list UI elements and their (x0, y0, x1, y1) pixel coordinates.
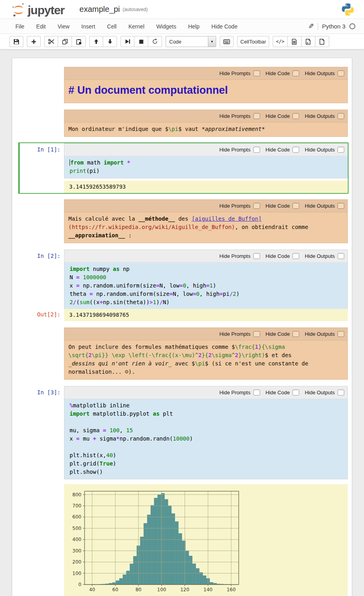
copy-cell-button[interactable] (58, 36, 72, 47)
export-html-button[interactable] (288, 36, 302, 47)
hide-prompts-checkbox[interactable] (253, 253, 260, 259)
markdown-source[interactable]: # Un document computationnel (64, 80, 347, 103)
new-document-button[interactable] (315, 36, 329, 47)
histogram-figure: 0100200300400500600700800406080100120140… (66, 487, 308, 596)
hide-code-checkbox[interactable] (292, 70, 299, 76)
code-editor[interactable]: import numpy as npN = 1000000x = np.rand… (64, 263, 347, 309)
move-cell-down-button[interactable] (103, 36, 117, 47)
hide-code-label: Hide Code (266, 70, 290, 76)
celltoolbar-button[interactable]: CellToolbar (237, 36, 269, 47)
hide-outputs-checkbox[interactable] (338, 147, 344, 153)
menu-hide-code[interactable]: Hide Code (206, 20, 243, 33)
hide-outputs-label: Hide Outputs (305, 390, 335, 395)
markdown-source[interactable]: Mon ordinateur m'indique que $\pi$ vaut … (64, 123, 347, 136)
markdown-source[interactable]: On peut inclure des formules mathématiqu… (64, 341, 347, 379)
menu-view[interactable]: View (52, 20, 75, 33)
toggle-code-button[interactable]: </> (273, 36, 288, 47)
title-bar: jupyter example_pi (autosaved) (0, 0, 364, 19)
hide-outputs-label: Hide Outputs (305, 203, 335, 209)
hide-prompts-checkbox[interactable] (253, 70, 260, 76)
cut-cell-button[interactable] (44, 36, 58, 47)
svg-text:40: 40 (89, 587, 95, 592)
hide-outputs-checkbox[interactable] (338, 203, 344, 209)
hide-code-checkbox[interactable] (292, 331, 299, 337)
code-cell-2[interactable]: In [2]: Hide Prompts Hide Code Hide Outp… (18, 249, 349, 310)
svg-text:400: 400 (72, 537, 81, 542)
markdown-cell-formulas[interactable]: Hide Prompts Hide Code Hide Outputs On p… (18, 327, 349, 380)
prompt-empty (20, 199, 64, 243)
hide-outputs-checkbox[interactable] (338, 253, 344, 259)
hide-code-checkbox[interactable] (292, 113, 299, 119)
menu-cell[interactable]: Cell (101, 20, 123, 33)
menu-help[interactable]: Help (182, 20, 206, 33)
hide-code-checkbox[interactable] (292, 253, 299, 259)
hide-outputs-checkbox[interactable] (338, 113, 344, 119)
svg-text:500: 500 (72, 526, 81, 531)
markdown-cell-buffon[interactable]: Hide Prompts Hide Code Hide Outputs Mais… (18, 199, 349, 244)
hide-code-checkbox[interactable] (292, 390, 299, 395)
svg-text:100: 100 (157, 587, 166, 592)
hide-prompts-checkbox[interactable] (253, 331, 260, 337)
code-cell-1[interactable]: In [1]: Hide Prompts Hide Code Hide Outp… (18, 142, 349, 194)
export-pdf-button[interactable] (302, 36, 315, 47)
add-cell-button[interactable] (27, 36, 41, 47)
command-palette-button[interactable] (220, 36, 234, 47)
document-pdf-icon (306, 39, 311, 45)
paste-cell-button[interactable] (72, 36, 86, 47)
hide-prompts-checkbox[interactable] (253, 390, 260, 395)
hide-code-checkbox[interactable] (292, 203, 299, 209)
hide-outputs-checkbox[interactable] (338, 70, 344, 76)
notebook-title[interactable]: example_pi (79, 5, 120, 14)
menu-file[interactable]: File (9, 20, 30, 33)
svg-text:0: 0 (78, 582, 81, 587)
cell-toolbar: Hide Prompts Hide Code Hide Outputs (64, 250, 347, 263)
hide-outputs-checkbox[interactable] (338, 331, 344, 337)
hide-outputs-checkbox[interactable] (338, 390, 344, 395)
markdown-cell-heading[interactable]: Hide Prompts Hide Code Hide Outputs # Un… (18, 66, 349, 104)
keyboard-icon (223, 39, 230, 44)
svg-text:60: 60 (112, 587, 118, 592)
divider (318, 23, 318, 30)
hide-prompts-label: Hide Prompts (219, 253, 251, 259)
restart-kernel-button[interactable] (148, 36, 162, 47)
menu-bar: File Edit View Insert Cell Kernel Widget… (0, 19, 364, 34)
kernel-idle-icon (349, 23, 355, 29)
arrow-up-icon (94, 39, 99, 44)
autosave-status: (autosaved) (123, 7, 147, 12)
hide-prompts-checkbox[interactable] (253, 147, 260, 153)
svg-text:700: 700 (72, 503, 81, 509)
markdown-source[interactable]: Mais calculé avec la __méthode__ des [ai… (64, 212, 347, 243)
hide-prompts-label: Hide Prompts (219, 70, 251, 76)
jupyter-logo[interactable]: jupyter (12, 2, 64, 17)
save-button[interactable] (9, 36, 23, 47)
interrupt-kernel-button[interactable] (134, 36, 148, 47)
hide-outputs-label: Hide Outputs (305, 253, 335, 259)
menu-insert[interactable]: Insert (75, 20, 101, 33)
run-cell-button[interactable] (121, 36, 134, 47)
hide-code-checkbox[interactable] (292, 147, 299, 153)
select-arrow-icon: ▼ (208, 36, 216, 47)
hide-code-label: Hide Code (266, 390, 290, 395)
menu-widgets[interactable]: Widgets (150, 20, 182, 33)
svg-text:120: 120 (180, 587, 189, 592)
cell-type-select[interactable]: Code ▼ (166, 36, 216, 47)
code-cell-3[interactable]: In [3]: Hide Prompts Hide Code Hide Outp… (18, 385, 349, 480)
copy-icon (62, 39, 68, 45)
code-icon: </> (276, 39, 285, 44)
code-editor[interactable]: %matplotlib inlineimport matplotlib.pypl… (64, 399, 347, 479)
output-text: 3.141592653589793 (64, 181, 348, 193)
move-cell-up-button[interactable] (89, 36, 103, 47)
hide-prompts-checkbox[interactable] (253, 113, 260, 119)
output-row-3: 0100200300400500600700800406080100120140… (18, 483, 349, 596)
arrow-down-icon (108, 39, 113, 44)
menu-edit[interactable]: Edit (30, 20, 52, 33)
menu-kernel[interactable]: Kernel (123, 20, 150, 33)
hide-code-label: Hide Code (266, 203, 290, 209)
plot-output-area: 0100200300400500600700800406080100120140… (64, 484, 348, 596)
hide-prompts-checkbox[interactable] (253, 203, 260, 209)
markdown-cell-intro[interactable]: Hide Prompts Hide Code Hide Outputs Mon … (18, 109, 349, 138)
hide-code-label: Hide Code (266, 331, 290, 337)
code-editor[interactable]: from math import *print(pi) (64, 156, 347, 178)
cell-toolbar: Hide Prompts Hide Code Hide Outputs (64, 67, 347, 80)
output-text: 3.1437198694098765 (64, 309, 348, 321)
